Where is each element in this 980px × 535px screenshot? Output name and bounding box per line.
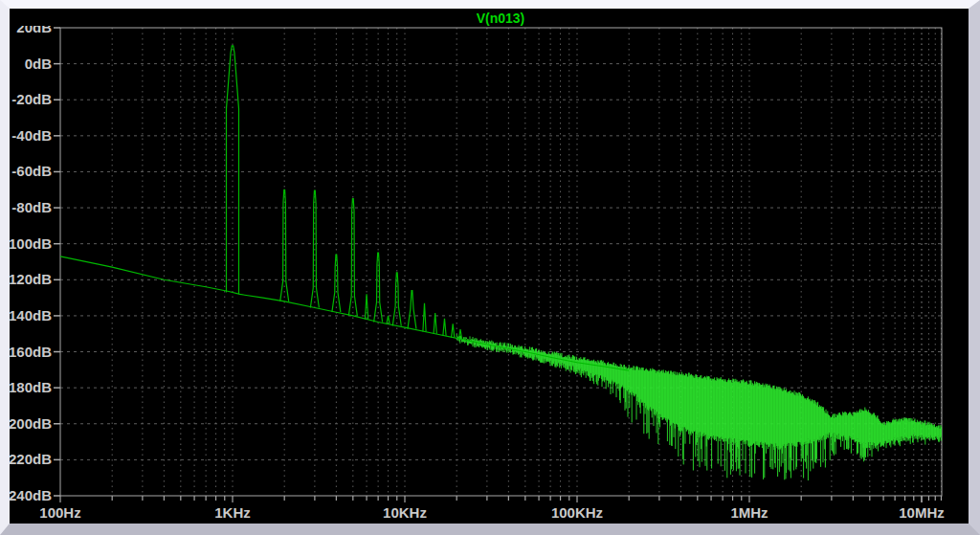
harmonic-spike (332, 255, 341, 312)
noise-band-path (457, 334, 941, 480)
y-tick-label: 0dB (25, 56, 53, 72)
harmonic-spike (452, 323, 455, 337)
trace-title[interactable]: V(n013) (477, 11, 525, 26)
waveform-window: V(n013) 20dB0dB-20dB-40dB-60dB-80dB-100d… (0, 0, 980, 535)
y-tick-label: 20dB (16, 26, 52, 35)
harmonic-spike (365, 294, 368, 319)
plot-area[interactable]: 20dB0dB-20dB-40dB-60dB-80dB-100dB-120dB-… (10, 26, 969, 524)
harmonic-spike (408, 291, 416, 329)
y-tick-label: -240dB (10, 487, 52, 503)
x-tick-label: 100Hz (39, 504, 80, 521)
x-tick-label: 1MHz (730, 504, 768, 521)
y-tick-label: -140dB (10, 307, 52, 323)
harmonic-spike (423, 303, 426, 332)
y-tick-label: -180dB (10, 379, 52, 395)
harmonic-spike (374, 253, 383, 322)
y-tick-label: -120dB (10, 271, 52, 287)
fft-plot-svg: 20dB0dB-20dB-40dB-60dB-80dB-100dB-120dB-… (10, 26, 969, 524)
y-tick-label: -80dB (11, 199, 52, 215)
y-tick-label: -60dB (11, 163, 52, 179)
y-tick-label: -20dB (11, 91, 52, 107)
y-tick-label: -220dB (10, 451, 52, 467)
y-tick-label: -40dB (11, 127, 52, 144)
harmonic-spike (348, 199, 357, 316)
y-tick-label: -200dB (10, 415, 52, 432)
harmonic-spike (280, 189, 289, 301)
harmonic-spikes (227, 46, 462, 339)
y-tick-label: -100dB (10, 235, 52, 252)
trace-title-bar: V(n013) (10, 9, 969, 26)
x-tick-label: 1KHz (214, 504, 251, 521)
harmonic-spike (443, 319, 446, 336)
x-tick-label: 100KHz (551, 504, 603, 521)
x-tick-label: 10KHz (383, 504, 427, 521)
y-tick-label: -160dB (10, 344, 52, 360)
x-tick-label: 10MHz (899, 504, 945, 521)
